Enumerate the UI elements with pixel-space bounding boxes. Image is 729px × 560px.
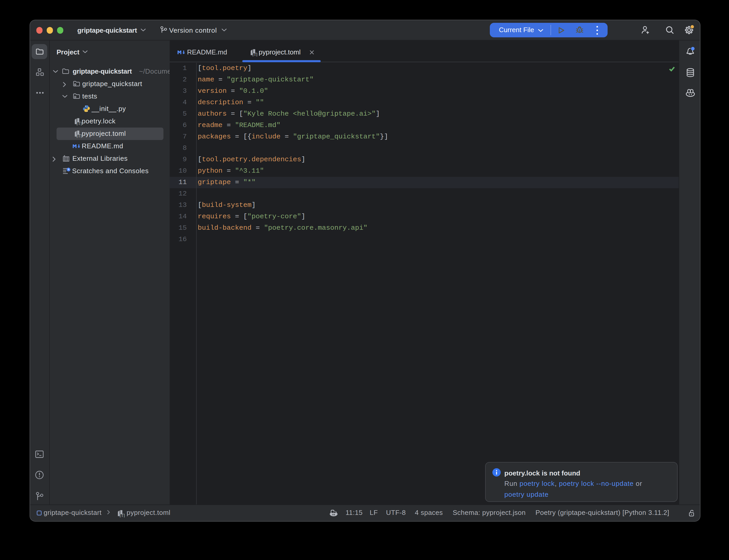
svg-text:[T]: [T] bbox=[120, 513, 124, 517]
svg-text:[T]: [T] bbox=[76, 121, 81, 125]
svg-text:[T]: [T] bbox=[76, 134, 81, 138]
svg-text:[T]: [T] bbox=[252, 52, 257, 56]
